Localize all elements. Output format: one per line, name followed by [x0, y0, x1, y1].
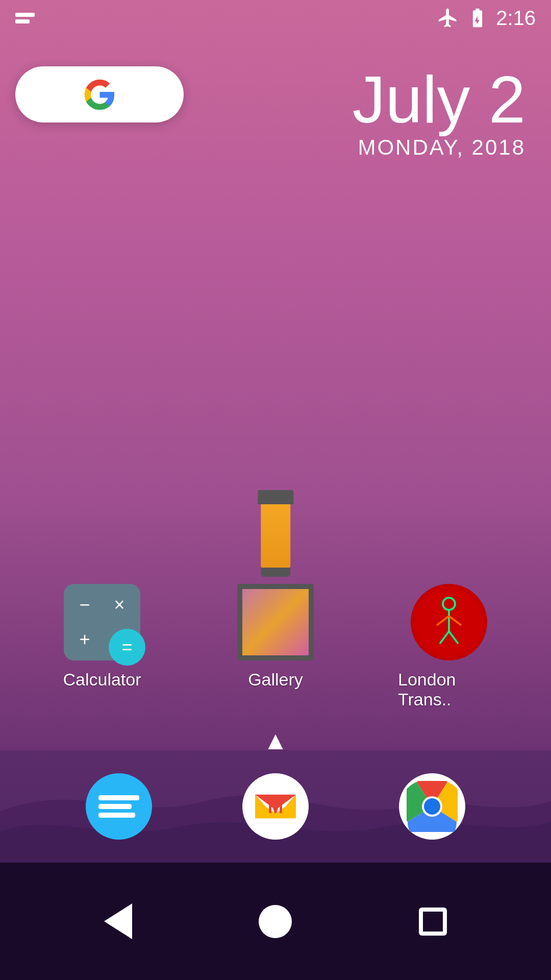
google-logo: [79, 74, 120, 115]
messages-dock-item[interactable]: [86, 773, 152, 840]
gallery-icon: [237, 584, 314, 660]
svg-text:M: M: [268, 796, 284, 817]
chrome-svg: [407, 781, 458, 832]
recents-button[interactable]: [419, 908, 447, 936]
svg-point-10: [424, 798, 440, 815]
svg-point-0: [443, 598, 455, 610]
status-bar-left: [15, 3, 40, 33]
calculator-app[interactable]: − × + = Calculator: [51, 584, 153, 690]
svg-line-5: [449, 631, 458, 644]
svg-line-3: [449, 616, 461, 625]
london-trans-label: London Trans..: [398, 670, 500, 709]
notification-icon: [15, 3, 40, 33]
calculator-label: Calculator: [63, 670, 141, 690]
london-trans-icon: [411, 584, 487, 660]
messages-icon: [86, 773, 152, 840]
google-g-icon: [83, 78, 116, 111]
status-time: 2:16: [496, 7, 536, 30]
airplane-icon: [437, 7, 459, 29]
chrome-icon: [399, 773, 465, 840]
status-bar: 2:16: [0, 0, 551, 36]
battery-icon: [466, 7, 489, 29]
gmail-m-svg: M: [255, 791, 296, 822]
london-trans-app[interactable]: London Trans..: [398, 584, 500, 709]
date-weekday: MONDAY, 2018: [352, 135, 525, 160]
chrome-dock-item[interactable]: [399, 773, 465, 840]
london-figure-svg: [418, 592, 480, 653]
gallery-app[interactable]: Gallery: [224, 584, 327, 690]
gmail-icon: M: [242, 773, 309, 840]
svg-line-4: [440, 631, 449, 644]
back-button[interactable]: [104, 903, 132, 939]
status-icons: 2:16: [437, 7, 536, 30]
google-search-bar[interactable]: [15, 66, 184, 122]
navigation-bar: [0, 863, 551, 980]
gallery-label: Gallery: [248, 670, 303, 690]
home-button[interactable]: [259, 905, 292, 938]
date-widget: July 2 MONDAY, 2018: [352, 66, 525, 160]
date-day: July 2: [352, 66, 525, 133]
svg-line-2: [437, 616, 449, 625]
gmail-dock-item[interactable]: M: [242, 773, 309, 840]
flashlight-icon: [247, 490, 304, 577]
dock: M: [0, 750, 551, 863]
bottom-apps-row: − × + = Calculator Gallery London Tr: [0, 584, 551, 709]
calculator-icon: − × + =: [64, 584, 140, 660]
